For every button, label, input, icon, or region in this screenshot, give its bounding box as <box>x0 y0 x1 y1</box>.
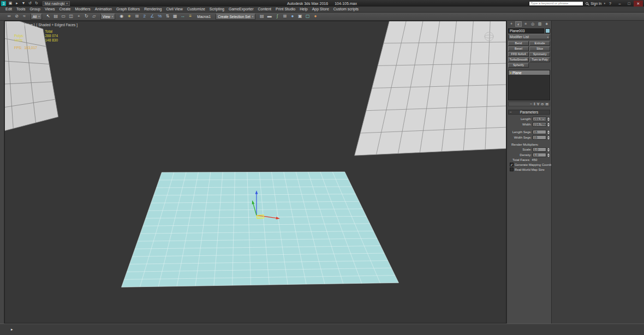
menu-app-store[interactable]: App Store <box>310 7 331 12</box>
menu-graph-editors[interactable]: Graph Editors <box>114 7 142 12</box>
app-logo-icon[interactable]: 3 <box>1 1 6 6</box>
remove-modifier-icon[interactable]: ⊖ <box>541 102 544 106</box>
selection-filter-dropdown[interactable]: All ▾ <box>31 14 42 20</box>
menu-civil-view[interactable]: Civil View <box>164 7 184 12</box>
select-and-manipulate-icon[interactable]: ∗ <box>126 13 133 20</box>
select-object-icon[interactable]: ↖ <box>45 13 52 20</box>
configure-modifier-sets-icon[interactable]: ⊞ <box>546 102 548 106</box>
percent-snap-icon[interactable]: % <box>156 13 163 20</box>
object-color-swatch[interactable] <box>545 28 550 33</box>
pin-stack-icon[interactable]: − <box>530 102 532 106</box>
spinner-arrows[interactable] <box>547 130 550 134</box>
render-production-icon[interactable]: ● <box>312 13 319 20</box>
workspace-dropdown[interactable]: Moi nastrojki ▾ <box>43 1 70 6</box>
menu-print-studio[interactable]: Print Studio <box>273 7 297 12</box>
layer-explorer-icon[interactable]: ▤ <box>258 13 265 20</box>
keyboard-shortcut-override-icon[interactable]: ⊞ <box>133 13 140 20</box>
bend-button[interactable]: Bend <box>508 41 529 46</box>
hierarchy-tab[interactable]: ≡ <box>522 21 529 27</box>
redo-icon[interactable]: ↻ <box>34 1 39 6</box>
close-button[interactable]: ✕ <box>634 1 643 7</box>
viewport-menu-view[interactable]: [ Perspective ] <box>12 23 34 27</box>
motion-tab[interactable]: ◎ <box>529 21 536 27</box>
perspective-viewport[interactable]: [+] [ Perspective ] [ Shaded + Edged Fac… <box>4 21 506 324</box>
reference-coordinate-dropdown[interactable]: View ▾ <box>100 14 116 20</box>
modify-tab[interactable]: ◐ <box>515 21 522 27</box>
menu-rendering[interactable]: Rendering <box>142 7 164 12</box>
save-file-icon[interactable]: ▼ <box>21 1 26 6</box>
spinner-snap-icon[interactable]: ⇅ <box>164 13 171 20</box>
bevel-button[interactable]: Bevel <box>508 46 529 51</box>
curve-editor-icon[interactable]: ∫ <box>273 13 281 20</box>
density-field[interactable]: 1,0 <box>533 153 546 157</box>
menu-help[interactable]: Help <box>297 7 309 12</box>
rendered-frame-window-icon[interactable]: ▢ <box>304 13 311 20</box>
width-field[interactable]: 216,789m <box>533 122 546 127</box>
new-scene-icon[interactable]: ▣ <box>8 1 13 6</box>
turn-to-poly-button[interactable]: Turn to Poly <box>529 57 550 62</box>
menu-group[interactable]: Group <box>27 7 42 12</box>
use-pivot-point-center-icon[interactable]: ◉ <box>118 13 125 20</box>
select-by-name-icon[interactable]: ▤ <box>52 13 59 20</box>
make-unique-icon[interactable]: ∀ <box>537 102 539 106</box>
spinner-arrows[interactable] <box>547 136 550 140</box>
viewport-menu-shading[interactable]: [ Shaded + Edged Faces ] <box>37 23 77 27</box>
menu-custom-scripts[interactable]: Custom scripts <box>331 7 361 12</box>
ffd-4x4x4-button[interactable]: FFD 4x4x4 <box>508 52 529 57</box>
help-icon[interactable]: ? <box>607 2 613 5</box>
extrude-button[interactable]: Extrude <box>529 41 550 46</box>
menu-content[interactable]: Content <box>256 7 274 12</box>
sign-in-label[interactable]: Sign In <box>591 2 601 5</box>
search-icon[interactable] <box>586 2 588 5</box>
modifier-list-dropdown[interactable]: Modifier List ▾ <box>508 34 550 39</box>
menu-edit[interactable]: Edit <box>3 7 14 12</box>
select-and-move-icon[interactable]: + <box>75 13 82 20</box>
spinner-arrows[interactable] <box>547 148 550 152</box>
spinner-arrows[interactable] <box>547 153 550 157</box>
maximize-button[interactable]: □ <box>624 1 634 7</box>
snaps-toggle-icon[interactable]: 2 <box>141 13 148 20</box>
unlink-selection-icon[interactable]: ⊘ <box>13 13 20 20</box>
align-icon[interactable]: ≡ <box>187 13 194 20</box>
viewport-menu-plus[interactable]: [+] <box>7 23 10 27</box>
schematic-view-icon[interactable]: ⊞ <box>281 13 288 20</box>
create-tab[interactable]: + <box>508 21 515 27</box>
menu-modifiers[interactable]: Modifiers <box>73 7 92 12</box>
edit-named-selection-sets-icon[interactable]: ▦ <box>171 13 178 20</box>
select-and-rotate-icon[interactable]: ↻ <box>83 13 90 20</box>
modifier-stack[interactable]: ● Plane <box>508 70 550 100</box>
expand-arrow-icon[interactable]: ▸ <box>11 327 13 332</box>
stack-row-plane[interactable]: ● Plane <box>509 70 550 75</box>
menu-tools[interactable]: Tools <box>14 7 27 12</box>
mirror-icon[interactable]: ↔ <box>179 13 186 20</box>
open-file-icon[interactable]: ▸ <box>14 1 20 6</box>
material-editor-icon[interactable]: ● <box>289 13 296 20</box>
parameters-rollout-header[interactable]: − Parameters <box>508 110 550 115</box>
rectangular-selection-region-icon[interactable]: ▭ <box>60 13 67 20</box>
length-segs-field[interactable]: 15 <box>533 130 546 134</box>
infocenter-search-input[interactable] <box>529 1 583 6</box>
undo-icon[interactable]: ↺ <box>27 1 33 6</box>
slice-button[interactable]: Slice <box>529 46 550 51</box>
bind-to-space-warp-icon[interactable]: ≈ <box>21 13 28 20</box>
angle-snap-icon[interactable]: ∠ <box>148 13 156 20</box>
object-name-field[interactable]: Plane003 <box>508 28 544 33</box>
display-tab[interactable]: ▥ <box>536 21 543 27</box>
symmetry-button[interactable]: Symmetry <box>529 52 550 57</box>
select-and-link-icon[interactable]: ∞ <box>5 13 13 20</box>
generate-mapping-coords-checkbox[interactable] <box>510 163 514 166</box>
menu-customize[interactable]: Customize <box>185 7 207 12</box>
turbosmooth-button[interactable]: TurboSmooth <box>508 57 529 62</box>
menu-gameexporter[interactable]: GameExporter <box>226 7 256 12</box>
spherify-button[interactable]: Spherify <box>508 63 529 68</box>
stack-item-icon[interactable]: ● <box>510 71 511 74</box>
ribbon-toggle-icon[interactable]: ▬ <box>266 13 273 20</box>
chevron-down-icon[interactable]: ▾ <box>604 2 605 5</box>
show-end-result-icon[interactable]: ‖ <box>534 102 535 106</box>
width-segs-field[interactable]: 15 <box>533 135 546 140</box>
collapse-icon[interactable]: − <box>510 110 512 115</box>
named-selection-sets-dropdown[interactable]: Create Selection Set ▾ <box>216 14 255 20</box>
length-field[interactable]: 231,973m <box>533 117 546 121</box>
macros-button[interactable]: Macros1 <box>195 15 213 19</box>
utilities-tab[interactable]: ∗ <box>544 21 550 27</box>
